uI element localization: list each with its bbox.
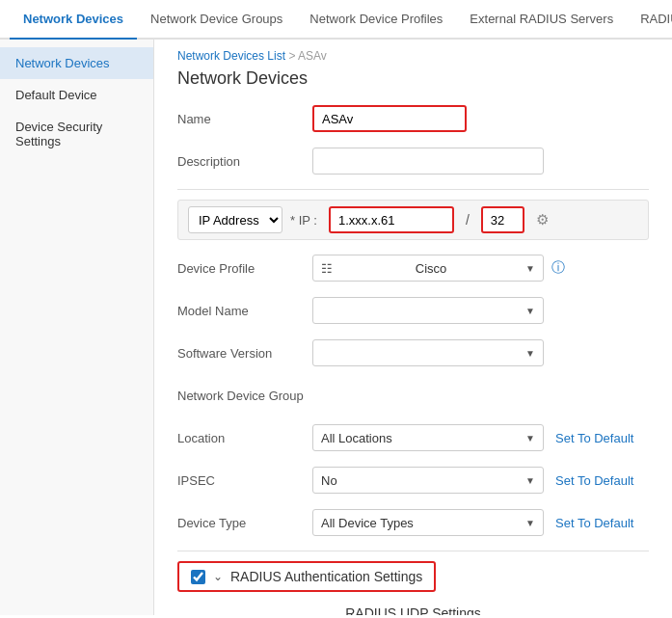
description-label: Description (177, 154, 312, 169)
sidebar-item-network-devices[interactable]: Network Devices (0, 47, 153, 79)
device-profile-control-area: ☷ Cisco ▼ ⓘ (312, 255, 649, 282)
breadcrumb-current: ASAv (298, 49, 327, 63)
model-name-row: Model Name ▼ (177, 296, 649, 325)
name-control-area (312, 105, 649, 132)
device-profile-arrow-icon: ▼ (525, 263, 535, 274)
tab-network-device-profiles[interactable]: Network Device Profiles (296, 0, 456, 40)
radius-section-title: RADIUS Authentication Settings (230, 569, 422, 584)
name-input[interactable] (312, 105, 467, 132)
prefix-input[interactable] (481, 206, 524, 233)
device-profile-select[interactable]: ☷ Cisco ▼ (312, 255, 544, 282)
device-type-value: All Device Types (321, 516, 414, 530)
tab-network-devices[interactable]: Network Devices (10, 0, 137, 40)
ip-slash: / (466, 212, 470, 228)
location-select[interactable]: All Locations ▼ (312, 424, 544, 451)
main-content: Network Devices List > ASAv Network Devi… (154, 40, 672, 615)
device-type-control-area: All Device Types ▼ Set To Default (312, 509, 649, 536)
radius-udp-title: RADIUS UDP Settings (177, 605, 649, 615)
description-input[interactable] (312, 148, 544, 175)
divider-1 (177, 189, 649, 190)
sidebar-item-device-security-settings[interactable]: Device Security Settings (0, 111, 153, 157)
main-layout: Network Devices Default Device Device Se… (0, 40, 672, 615)
sidebar-item-default-device[interactable]: Default Device (0, 79, 153, 111)
ip-address-row: IP Address * IP : / ⚙ (177, 200, 649, 240)
software-version-control-area: ▼ (312, 339, 649, 366)
description-row: Description (177, 147, 649, 175)
tab-radius-server-sequences[interactable]: RADIUS Server Sequences (627, 0, 672, 40)
device-profile-label: Device Profile (177, 261, 312, 276)
model-name-label: Model Name (177, 304, 312, 318)
sidebar: Network Devices Default Device Device Se… (0, 40, 154, 615)
software-version-arrow-icon: ▼ (525, 348, 535, 359)
location-value: All Locations (321, 431, 392, 445)
model-name-arrow-icon: ▼ (525, 306, 535, 316)
ipsec-set-default-link[interactable]: Set To Default (555, 473, 633, 488)
breadcrumb-separator: > (288, 49, 295, 63)
description-control-area (312, 148, 649, 175)
breadcrumb: Network Devices List > ASAv (177, 49, 649, 63)
tab-external-radius-servers[interactable]: External RADIUS Servers (456, 0, 627, 40)
ipsec-value: No (321, 473, 337, 488)
location-row: Location All Locations ▼ Set To Default (177, 423, 649, 452)
radius-chevron-icon: ⌄ (213, 570, 223, 583)
top-navigation: Network Devices Network Device Groups Ne… (0, 0, 672, 40)
location-control-area: All Locations ▼ Set To Default (312, 424, 649, 451)
ip-label: * IP : (290, 213, 317, 228)
location-label: Location (177, 431, 312, 445)
ip-input[interactable] (329, 206, 454, 233)
tab-network-device-groups[interactable]: Network Device Groups (137, 0, 296, 40)
ndg-section: Network Device Group (177, 381, 649, 410)
page-title: Network Devices (177, 68, 649, 89)
ipsec-select[interactable]: No ▼ (312, 467, 544, 494)
device-profile-value: Cisco (416, 261, 447, 276)
software-version-select[interactable]: ▼ (312, 339, 544, 366)
ipsec-row: IPSEC No ▼ Set To Default (177, 466, 649, 495)
model-name-select[interactable]: ▼ (312, 297, 544, 324)
info-icon[interactable]: ⓘ (551, 259, 565, 277)
radius-checkbox[interactable] (191, 570, 205, 584)
name-row: Name (177, 104, 649, 133)
device-type-label: Device Type (177, 516, 312, 530)
ipsec-label: IPSEC (177, 473, 312, 488)
software-version-label: Software Version (177, 346, 312, 361)
gear-icon[interactable]: ⚙ (536, 211, 549, 228)
location-set-default-link[interactable]: Set To Default (555, 431, 633, 445)
radius-section-header[interactable]: ⌄ RADIUS Authentication Settings (177, 561, 436, 592)
device-type-select[interactable]: All Device Types ▼ (312, 509, 544, 536)
ip-type-select[interactable]: IP Address (188, 206, 282, 233)
device-profile-icon: ☷ (321, 261, 333, 276)
divider-2 (177, 551, 649, 551)
breadcrumb-list-link[interactable]: Network Devices List (177, 49, 285, 63)
device-type-row: Device Type All Device Types ▼ Set To De… (177, 508, 649, 537)
ipsec-control-area: No ▼ Set To Default (312, 467, 649, 494)
device-profile-row: Device Profile ☷ Cisco ▼ ⓘ (177, 254, 649, 282)
ipsec-arrow-icon: ▼ (525, 475, 535, 486)
model-name-control-area: ▼ (312, 297, 649, 324)
ndg-label: Network Device Group (177, 389, 312, 403)
software-version-row: Software Version ▼ (177, 338, 649, 367)
device-type-set-default-link[interactable]: Set To Default (555, 516, 633, 530)
name-label: Name (177, 112, 312, 126)
device-type-arrow-icon: ▼ (525, 518, 535, 528)
location-arrow-icon: ▼ (525, 433, 535, 443)
